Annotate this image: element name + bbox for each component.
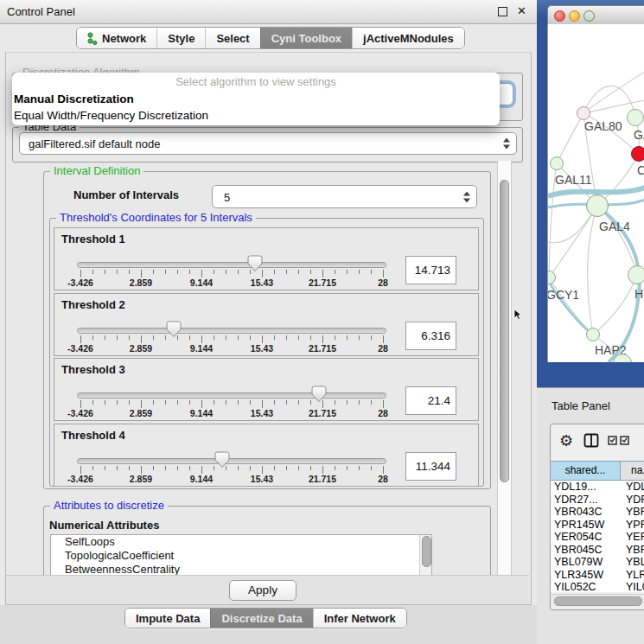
cell-shared-name: YBR043C: [551, 506, 621, 519]
cell-shared-name: YBL079W: [551, 556, 621, 569]
cell-name: YER0: [621, 531, 644, 544]
cell-shared-name: YLR345W: [551, 569, 621, 582]
tab-infer-network[interactable]: Infer Network: [313, 609, 406, 628]
table-row[interactable]: YBR045CYBR0: [551, 544, 644, 557]
attribute-item-selfloops[interactable]: SelfLoops: [51, 535, 431, 549]
slider-tick: [117, 270, 118, 274]
table-row[interactable]: YIL052CYIL0: [551, 581, 644, 592]
threshold-row: Threshold 3-3.4262.8599.14415.4321.71528…: [54, 358, 479, 421]
table-row[interactable]: YDR27...YDR2: [551, 494, 644, 507]
float-window-icon[interactable]: [498, 7, 507, 16]
network-node-gal11[interactable]: [550, 156, 564, 170]
tab-label: Network: [102, 32, 146, 45]
table-data-value: galFiltered.sif default node: [29, 137, 160, 150]
tab-jactivemnodules[interactable]: jActiveMNodules: [352, 28, 464, 48]
split-columns-icon[interactable]: [583, 433, 599, 448]
panel-titlebar: Control Panel ✕: [0, 0, 537, 24]
algorithm-option-manual-discretization[interactable]: Manual Discretization: [12, 91, 500, 107]
slider-tick: [189, 335, 190, 340]
threshold-row: Threshold 4-3.4262.8599.14415.4321.71528…: [54, 424, 479, 487]
attributes-scrollbar[interactable]: [419, 535, 431, 576]
slider-tick: [165, 466, 166, 470]
network-window-titlebar[interactable]: [547, 5, 644, 25]
attribute-items: SelfLoopsTopologicalCoefficientBetweenne…: [51, 535, 431, 577]
column-header-name[interactable]: na...: [621, 461, 644, 481]
slider-tick: [129, 466, 130, 470]
algorithm-option-equal-width-frequency-discretization[interactable]: Equal Width/Frequency Discretization: [12, 107, 500, 124]
threshold-value-field[interactable]: 6.316: [405, 322, 456, 350]
slider-tick: [250, 466, 251, 470]
tab-impute-data[interactable]: Impute Data: [125, 609, 210, 628]
network-canvas[interactable]: GAL80GACGAL11GAL4HGCY1HAP2: [547, 24, 644, 362]
network-node-hap2[interactable]: [586, 328, 600, 341]
slider-tick: [359, 270, 360, 274]
close-traffic-light-icon[interactable]: [554, 10, 565, 22]
table-row[interactable]: YER054CYER0: [551, 531, 644, 544]
threshold-value-field[interactable]: 21.4: [405, 386, 456, 415]
slider-tick-label: -3.426: [54, 408, 106, 418]
tab-select[interactable]: Select: [205, 28, 259, 48]
slider-tick: [80, 466, 81, 474]
numerical-attributes-list[interactable]: SelfLoopsTopologicalCoefficientBetweenne…: [50, 534, 432, 577]
table-row[interactable]: YBL079WYBL0: [551, 556, 644, 569]
table-hscrollbar-thumb[interactable]: [554, 596, 642, 606]
tab-label: Impute Data: [136, 612, 200, 625]
slider-tick: [226, 335, 226, 340]
tab-cyni-toolbox[interactable]: Cyni Toolbox: [260, 28, 352, 48]
threshold-slider-thumb[interactable]: [311, 386, 327, 406]
panel-scrollbar-thumb[interactable]: [500, 180, 509, 482]
attribute-item-topologicalcoefficient[interactable]: TopologicalCoefficient: [51, 549, 431, 563]
cell-name: YLR3: [621, 569, 644, 582]
slider-tick: [238, 335, 239, 340]
slider-tick-label: 21.715: [296, 277, 348, 288]
network-node-gal80[interactable]: [577, 106, 590, 120]
slider-tick: [298, 270, 299, 274]
minimize-traffic-light-icon[interactable]: [569, 10, 580, 22]
tab-network[interactable]: Network: [77, 28, 156, 48]
threshold-slider-track[interactable]: [77, 328, 386, 334]
control-panel: Control Panel ✕ NetworkStyleSelectCyni T…: [0, 0, 537, 644]
attributes-scrollbar-thumb[interactable]: [422, 536, 431, 567]
cell-shared-name: YDR27...: [551, 494, 621, 507]
tab-style[interactable]: Style: [156, 28, 205, 48]
table-data-combobox[interactable]: galFiltered.sif default node: [19, 132, 517, 155]
network-node-c[interactable]: [631, 146, 644, 162]
slider-tick: [238, 270, 239, 274]
apply-button[interactable]: Apply: [229, 580, 296, 601]
network-node-gal4[interactable]: [586, 194, 609, 217]
gear-icon[interactable]: ⚙: [559, 431, 573, 450]
threshold-slider-thumb[interactable]: [214, 451, 230, 472]
network-node-ga[interactable]: [627, 109, 644, 126]
threshold-value-field[interactable]: 11.344: [405, 452, 456, 481]
slider-tick: [298, 466, 299, 470]
table-row[interactable]: YLR345WYLR3: [551, 569, 644, 582]
threshold-slider-thumb[interactable]: [166, 321, 182, 341]
network-node-h[interactable]: [628, 265, 644, 284]
slider-tick: [310, 270, 311, 274]
slider-tick: [153, 270, 154, 274]
table-row[interactable]: YDL19...YDL1: [551, 481, 644, 494]
table-hscrollbar[interactable]: [552, 594, 644, 606]
slider-tick: [80, 270, 81, 277]
threshold-slider-thumb[interactable]: [247, 255, 263, 276]
table-row[interactable]: YPR145WYPR1: [551, 519, 644, 532]
threshold-slider-track[interactable]: [77, 458, 386, 464]
close-icon[interactable]: ✕: [517, 4, 526, 17]
slider-tick-label: 21.715: [296, 408, 348, 418]
slider-tick: [298, 400, 299, 405]
threshold-value-field[interactable]: 14.713: [405, 256, 456, 284]
threshold-slider-track[interactable]: [77, 262, 386, 268]
num-intervals-combobox[interactable]: 5: [212, 185, 477, 208]
select-attributes-icon[interactable]: [608, 436, 630, 445]
cell-name: YBL0: [621, 556, 644, 569]
slider-tick: [262, 400, 263, 408]
zoom-traffic-light-icon[interactable]: [583, 10, 595, 22]
column-header-shared-name[interactable]: shared...: [551, 461, 621, 481]
tab-discretize-data[interactable]: Discretize Data: [210, 609, 312, 628]
threshold-list: Threshold 1-3.4262.8599.14415.4321.71528…: [54, 227, 479, 487]
threshold-slider-track[interactable]: [77, 392, 386, 399]
panel-scrollbar[interactable]: [497, 161, 512, 577]
cell-name: YDL1: [621, 481, 644, 494]
table-row[interactable]: YBR043CYBR0: [551, 506, 644, 519]
algorithm-prompt-item[interactable]: Select algorithm to view settings: [12, 73, 500, 91]
